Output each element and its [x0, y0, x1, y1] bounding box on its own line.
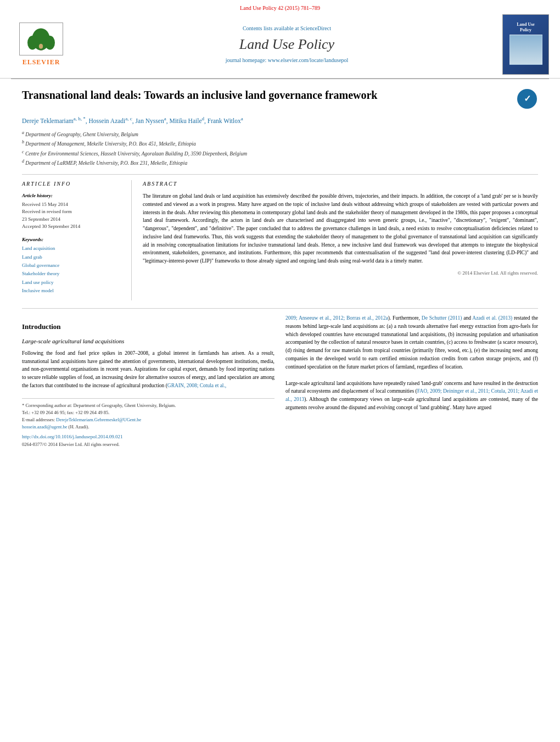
- email2-suffix: (H. Azadi).: [69, 424, 89, 429]
- affil-a: a Department of Geography, Ghent Univers…: [22, 130, 538, 139]
- body-columns: Introduction Large-scale agricultural la…: [22, 314, 538, 448]
- email2-line: hossein.azadi@ugent.be (H. Azadi).: [22, 423, 275, 431]
- elsevier-tree-icon: [22, 25, 60, 53]
- meta-divider: [22, 174, 538, 175]
- doi-link[interactable]: http://dx.doi.org/10.1016/j.landusepol.2…: [22, 433, 275, 441]
- abstract-section: ABSTRACT The literature on global land d…: [143, 180, 538, 300]
- right-paragraph2: Large-scale agricultural land acquisitio…: [285, 380, 538, 412]
- abstract-text: The literature on global land deals or l…: [143, 192, 538, 265]
- email-label: E-mail addresses:: [22, 417, 55, 422]
- article-header: Transnational land deals: Towards an inc…: [22, 88, 538, 110]
- keyword-6[interactable]: Inclusive model: [22, 287, 122, 295]
- affil-b: b Department of Management, Mekelle Univ…: [22, 139, 538, 148]
- right-paragraph1: 2009; Anseeuw et al., 2012; Borras et al…: [285, 314, 538, 371]
- footnote-area: * Corresponding author at: Department of…: [22, 398, 275, 448]
- keyword-2[interactable]: Land grab: [22, 253, 122, 261]
- email2-link[interactable]: hossein.azadi@ugent.be: [22, 424, 67, 429]
- journal-link[interactable]: Land Use Policy 42 (2015) 781–789: [240, 5, 320, 11]
- keywords-section: Keywords: Land acquisition Land grab Glo…: [22, 236, 122, 295]
- header: Land Use Policy 42 (2015) 781–789 EL: [0, 0, 560, 79]
- keyword-3[interactable]: Global governance: [22, 261, 122, 270]
- received-date: Received 15 May 2014: [22, 201, 122, 209]
- cover-thumbnail: [509, 35, 542, 65]
- article-info-panel: ARTICLE INFO Article history: Received 1…: [22, 180, 132, 300]
- tel-fax: Tel.: +32 09 264 46 95; fax: +32 09 264 …: [22, 409, 275, 416]
- affiliations: a Department of Geography, Ghent Univers…: [22, 130, 538, 168]
- author1-sup: a, b, *: [74, 116, 86, 121]
- author1-name: Dereje Teklemariam: [22, 118, 74, 124]
- keyword-4[interactable]: Stakeholder theory: [22, 270, 122, 278]
- history-label: Article history:: [22, 192, 122, 199]
- article-history: Article history: Received 15 May 2014 Re…: [22, 192, 122, 231]
- affil-a-sup: a: [22, 130, 24, 135]
- authors-line: Dereje Teklemariama, b, *, Hossein Azadi…: [22, 115, 538, 125]
- elsevier-tree-box: [19, 23, 63, 55]
- affil-d: d Department of LaRMEP, Mekelle Universi…: [22, 158, 538, 168]
- affil-d-sup: d: [22, 159, 24, 164]
- citation-azadi[interactable]: Azadi et al. (2013): [472, 315, 512, 321]
- citation-grain[interactable]: GRAIN, 2008; Cotula et al.,: [167, 383, 226, 388]
- sciencedirect-link[interactable]: ScienceDirect: [300, 25, 331, 31]
- keyword-5[interactable]: Land use policy: [22, 278, 122, 287]
- citation-deschutter[interactable]: De Schutter (2011): [422, 315, 462, 321]
- journal-homepage: journal homepage: www.elsevier.com/locat…: [71, 57, 502, 64]
- article-title: Transnational land deals: Towards an inc…: [22, 88, 505, 102]
- issn-text: 0264-8377/© 2014 Elsevier Ltd. All right…: [22, 441, 275, 448]
- article-content: Transnational land deals: Towards an inc…: [0, 79, 560, 457]
- affil-b-sup: b: [22, 140, 24, 144]
- author4-intro: , Mitiku Haile: [166, 118, 202, 124]
- citation-fao[interactable]: FAO, 2009; Deininger et al., 2011; Cotul…: [285, 388, 538, 402]
- svg-text:✓: ✓: [524, 94, 531, 103]
- left-column: Introduction Large-scale agricultural la…: [22, 314, 275, 448]
- revised-date: 23 September 2014: [22, 216, 122, 224]
- author5-intro: , Frank Witlox: [204, 118, 241, 124]
- right-column: 2009; Anseeuw et al., 2012; Borras et al…: [285, 314, 538, 448]
- intro-subheading: Large-scale agricultural land acquisitio…: [22, 337, 275, 345]
- abstract-heading: ABSTRACT: [143, 180, 538, 188]
- email1-link[interactable]: DerejeTeklemariam.Gebremeskel@UGent.be: [56, 417, 141, 422]
- article-info-heading: ARTICLE INFO: [22, 180, 122, 188]
- elsevier-brand: ELSEVIER: [23, 58, 60, 67]
- keywords-list: Land acquisition Land grab Global govern…: [22, 244, 122, 295]
- journal-name: Land Use Policy: [71, 35, 502, 54]
- revised-label: Received in revised form: [22, 208, 122, 216]
- contents-available: Contents lists available at ScienceDirec…: [71, 25, 502, 32]
- affil-c: c Centre for Environmental Sciences, Has…: [22, 149, 538, 158]
- corresponding-note: * Corresponding author at: Department of…: [22, 402, 275, 409]
- author2-intro: , Hossein Azadi: [86, 118, 126, 124]
- keywords-label: Keywords:: [22, 236, 122, 243]
- intro-paragraph1: Following the food and fuel price spikes…: [22, 349, 275, 390]
- homepage-url[interactable]: www.elsevier.com/locate/landusepol: [268, 57, 349, 63]
- crossmark-logo[interactable]: ✓: [516, 88, 538, 110]
- article-meta: ARTICLE INFO Article history: Received 1…: [22, 180, 538, 300]
- copyright: © 2014 Elsevier Ltd. All rights reserved…: [143, 270, 538, 277]
- keyword-1[interactable]: Land acquisition: [22, 244, 122, 253]
- intro-heading: Introduction: [22, 322, 275, 332]
- svg-point-5: [39, 43, 43, 48]
- email-line: E-mail addresses: DerejeTeklemariam.Gebr…: [22, 416, 275, 423]
- body-divider: [22, 308, 538, 309]
- author2-sup: a, c: [125, 116, 132, 121]
- journal-citation: Land Use Policy 42 (2015) 781–789: [11, 4, 549, 12]
- svg-point-3: [27, 36, 37, 49]
- journal-title-section: Contents lists available at ScienceDirec…: [71, 25, 502, 64]
- cover-title: Land UsePolicy: [517, 22, 535, 32]
- author3-intro: , Jan Nyssen: [132, 118, 164, 124]
- journal-cover-image: Land UsePolicy: [502, 14, 549, 75]
- citation-2009[interactable]: 2009; Anseeuw et al., 2012; Borras et al…: [285, 315, 388, 321]
- affil-c-sup: c: [22, 149, 24, 154]
- svg-point-4: [45, 36, 55, 49]
- elsevier-logo: ELSEVIER: [11, 23, 71, 67]
- author5-sup: a: [241, 116, 243, 121]
- accepted-date: Accepted 30 September 2014: [22, 223, 122, 231]
